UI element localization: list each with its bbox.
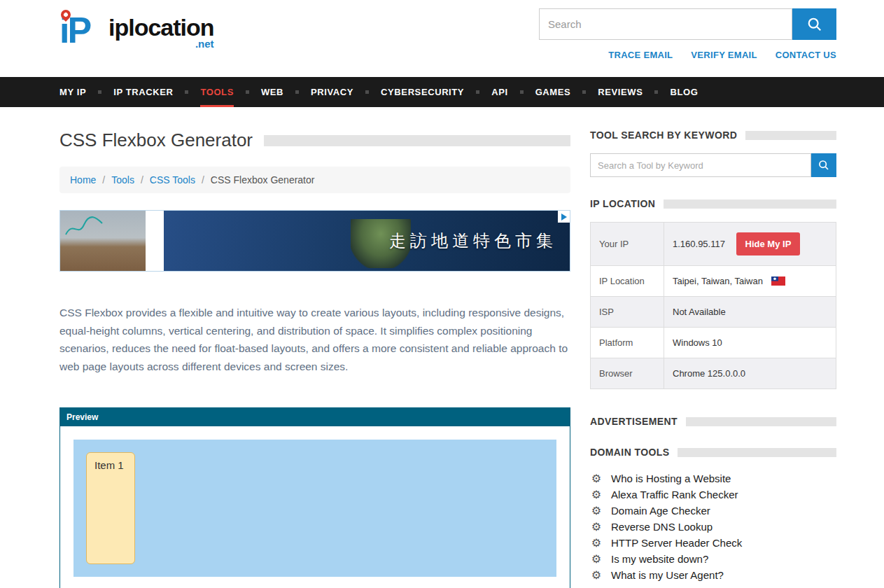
ad-caption: 走訪地道特色市集: [389, 230, 570, 252]
ip-location-value: Taipei, Taiwan, Taiwan: [673, 276, 763, 286]
list-item: ⚙ Is my website down?: [590, 551, 836, 567]
main-nav: MY IP IP TRACKER TOOLS WEB PRIVACY CYBER…: [0, 77, 884, 107]
nav-item-privacy[interactable]: PRIVACY: [311, 77, 353, 107]
tool-search-input[interactable]: [590, 153, 811, 177]
nav-item-reviews[interactable]: REVIEWS: [598, 77, 643, 107]
list-item: ⚙ Alexa Traffic Rank Checker: [590, 486, 836, 503]
domain-tool-link-website-down[interactable]: Is my website down?: [611, 553, 708, 565]
row-label: Your IP: [591, 223, 664, 266]
breadcrumb-css-tools[interactable]: CSS Tools: [150, 174, 195, 186]
table-row: Browser Chrome 125.0.0.0: [591, 358, 836, 389]
ad-main-image: 走訪地道特色市集: [164, 211, 570, 271]
domain-tool-link-hosting[interactable]: Who is Hosting a Website: [611, 472, 731, 484]
gear-icon: ⚙: [590, 536, 603, 550]
gear-icon: ⚙: [590, 552, 603, 566]
ad-thumbnail-image: [60, 211, 146, 271]
domain-tool-link-domain-age[interactable]: Domain Age Checker: [611, 505, 710, 517]
row-label: Browser: [591, 358, 664, 389]
table-row: Platform Windows 10: [591, 328, 836, 358]
your-ip-value: 1.160.95.117: [673, 239, 725, 249]
table-row: ISP Not Available: [591, 297, 836, 328]
search-icon: [818, 160, 829, 171]
site-header: iP iplocation .net TRACE EMAIL VERIFY EM…: [0, 0, 884, 77]
nav-item-blog[interactable]: BLOG: [670, 77, 698, 107]
tool-search: [590, 153, 836, 177]
link-verify-email[interactable]: VERIFY EMAIL: [691, 50, 757, 60]
header-links: TRACE EMAIL VERIFY EMAIL CONTACT US: [608, 50, 836, 60]
list-item: ⚙ What is my User Agent?: [590, 567, 836, 583]
table-row: IP Location Taipei, Taiwan, Taiwan: [591, 266, 836, 297]
nav-item-games[interactable]: GAMES: [535, 77, 571, 107]
breadcrumb-tools[interactable]: Tools: [111, 174, 134, 186]
tool-search-heading: TOOL SEARCH BY KEYWORD: [590, 130, 836, 141]
list-item: ⚙ Reverse DNS Lookup: [590, 519, 836, 535]
logo[interactable]: iP iplocation .net: [59, 8, 214, 52]
list-item: ⚙ HTTP Server Header Check: [590, 535, 836, 551]
breadcrumb-home[interactable]: Home: [70, 174, 96, 186]
breadcrumb-current: CSS Flexbox Generator: [211, 174, 315, 186]
hide-my-ip-button[interactable]: Hide My IP: [736, 232, 801, 255]
nav-item-tools[interactable]: TOOLS: [200, 77, 234, 107]
ip-location-table: Your IP 1.160.95.117 Hide My IP IP Locat…: [590, 222, 836, 389]
logo-mark-icon: iP: [59, 8, 106, 52]
gear-icon: ⚙: [590, 504, 603, 517]
preview-panel: Preview Item 1: [59, 407, 570, 588]
domain-tools-heading: DOMAIN TOOLS: [590, 447, 836, 458]
nav-item-my-ip[interactable]: MY IP: [59, 77, 86, 107]
gear-icon: ⚙: [590, 488, 603, 501]
list-item: ⚙ Who is Hosting a Website: [590, 470, 836, 486]
row-value: 1.160.95.117 Hide My IP: [664, 223, 836, 266]
link-trace-email[interactable]: TRACE EMAIL: [608, 50, 673, 60]
breadcrumb: Home / Tools / CSS Tools / CSS Flexbox G…: [59, 167, 570, 193]
row-value: Not Available: [664, 297, 836, 328]
domain-tool-link-user-agent[interactable]: What is my User Agent?: [611, 569, 724, 581]
row-value: Chrome 125.0.0.0: [664, 358, 836, 389]
header-search: [539, 8, 836, 40]
header-search-input[interactable]: [539, 8, 792, 40]
flex-item-1[interactable]: Item 1: [86, 452, 135, 564]
ad-banner[interactable]: 走訪地道特色市集: [59, 210, 570, 272]
preview-body: Item 1: [60, 426, 570, 588]
ip-location-heading: IP LOCATION: [590, 198, 836, 209]
advertisement-heading: ADVERTISEMENT: [590, 416, 836, 427]
nav-item-cybersecurity[interactable]: CYBERSECURITY: [381, 77, 464, 107]
preview-header: Preview: [60, 408, 570, 426]
page-title: CSS Flexbox Generator: [59, 130, 253, 151]
nav-item-web[interactable]: WEB: [261, 77, 283, 107]
row-label: ISP: [591, 297, 664, 328]
row-value: Windows 10: [664, 328, 836, 358]
gear-icon: ⚙: [590, 472, 603, 485]
nav-item-api[interactable]: API: [491, 77, 507, 107]
table-row: Your IP 1.160.95.117 Hide My IP: [591, 223, 836, 266]
taiwan-flag-icon: [771, 276, 785, 286]
row-label: IP Location: [591, 266, 664, 297]
tool-description: CSS Flexbox provides a flexible and intu…: [59, 304, 570, 375]
gear-icon: ⚙: [590, 520, 603, 533]
domain-tool-link-alexa-rank[interactable]: Alexa Traffic Rank Checker: [611, 489, 738, 500]
search-icon: [807, 17, 822, 32]
domain-tool-link-http-header[interactable]: HTTP Server Header Check: [611, 537, 742, 549]
flex-preview-container: Item 1: [73, 440, 556, 577]
list-item: ⚙ Domain Age Checker: [590, 503, 836, 519]
tool-search-button[interactable]: [811, 153, 836, 177]
link-contact-us[interactable]: CONTACT US: [776, 50, 836, 60]
logo-text: iplocation: [108, 15, 214, 39]
row-label: Platform: [591, 328, 664, 358]
domain-tool-link-reverse-dns[interactable]: Reverse DNS Lookup: [611, 521, 713, 533]
header-search-button[interactable]: [792, 8, 836, 40]
gear-icon: ⚙: [590, 568, 603, 582]
main-column: CSS Flexbox Generator Home / Tools / CSS…: [59, 130, 570, 588]
row-value: Taipei, Taiwan, Taiwan: [664, 266, 836, 297]
adchoices-icon[interactable]: [558, 211, 570, 223]
nav-item-ip-tracker[interactable]: IP TRACKER: [113, 77, 173, 107]
sidebar: TOOL SEARCH BY KEYWORD IP LOCATION Your …: [590, 130, 836, 588]
domain-tools-list: ⚙ Who is Hosting a Website ⚙ Alexa Traff…: [590, 470, 836, 583]
logo-tld: .net: [195, 38, 214, 50]
title-decoration-bar: [264, 135, 570, 146]
